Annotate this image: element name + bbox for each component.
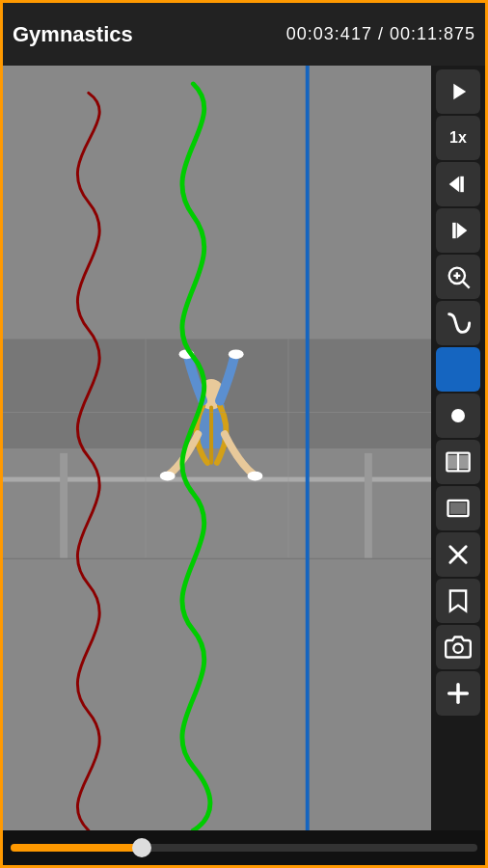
toolbar: 1x xyxy=(431,66,485,830)
svg-point-8 xyxy=(179,349,195,359)
svg-rect-18 xyxy=(460,176,464,192)
header: Gymnastics 00:03:417 / 00:11:875 xyxy=(3,3,485,66)
svg-marker-17 xyxy=(449,176,460,192)
svg-point-9 xyxy=(229,349,244,359)
color-swatch-button[interactable] xyxy=(436,347,480,392)
video-strip xyxy=(3,338,431,559)
svg-line-22 xyxy=(463,282,470,288)
svg-rect-31 xyxy=(451,503,465,512)
timeline-track[interactable] xyxy=(11,844,477,852)
svg-marker-16 xyxy=(453,84,466,99)
svg-rect-5 xyxy=(365,452,372,557)
speed-label: 1x xyxy=(449,129,467,147)
bookmark-button[interactable] xyxy=(436,579,480,623)
canvas-area[interactable] xyxy=(3,66,431,830)
current-time: 00:03:417 xyxy=(286,24,372,43)
capture-button[interactable] xyxy=(436,486,480,530)
svg-marker-19 xyxy=(457,223,468,238)
svg-rect-20 xyxy=(452,223,456,238)
svg-point-34 xyxy=(453,644,462,653)
svg-point-25 xyxy=(451,409,465,422)
time-separator: / xyxy=(372,24,390,43)
app: Gymnastics 00:03:417 / 00:11:875 xyxy=(0,0,488,868)
camera-button[interactable] xyxy=(436,625,480,669)
timeline-thumb[interactable] xyxy=(132,838,151,857)
add-button[interactable] xyxy=(436,671,480,716)
play-button[interactable] xyxy=(436,69,480,114)
video-frame xyxy=(3,338,431,559)
svg-point-10 xyxy=(160,471,176,480)
svg-rect-29 xyxy=(460,456,467,468)
timeline-progress xyxy=(11,844,142,852)
timeline[interactable] xyxy=(3,830,485,865)
step-forward-button[interactable] xyxy=(436,208,480,253)
total-time: 00:11:875 xyxy=(390,24,475,43)
svg-rect-28 xyxy=(449,456,456,468)
svg-point-11 xyxy=(248,471,263,480)
delete-button[interactable] xyxy=(436,532,480,577)
curve-tool-button[interactable] xyxy=(436,301,480,345)
compare-button[interactable] xyxy=(436,440,480,484)
gymnast-figure xyxy=(3,338,431,559)
time-display: 00:03:417 / 00:11:875 xyxy=(286,24,475,44)
zoom-in-button[interactable] xyxy=(436,255,480,299)
app-title: Gymnastics xyxy=(13,22,133,47)
dot-marker-button[interactable] xyxy=(436,393,480,438)
step-back-button[interactable] xyxy=(436,162,480,206)
speed-button[interactable]: 1x xyxy=(436,116,480,160)
svg-rect-4 xyxy=(60,452,68,557)
main-area: 1x xyxy=(3,66,485,830)
